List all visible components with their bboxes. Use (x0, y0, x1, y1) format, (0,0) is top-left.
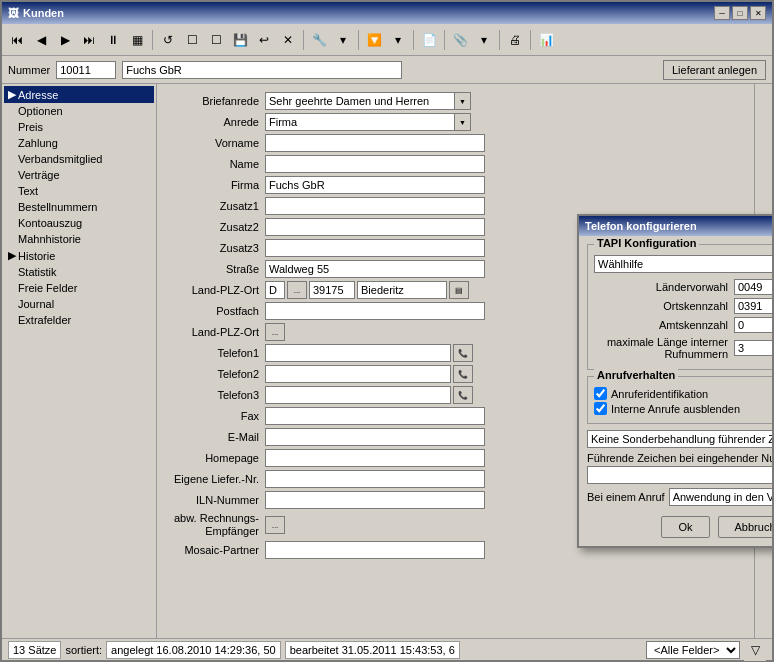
grid-button[interactable]: ▦ (126, 29, 148, 51)
sortiert-label: sortiert: (65, 644, 102, 656)
dialog-content: TAPI Konfiguration ▼ Ländervorwahl (579, 236, 772, 546)
sidebar-item-bestellnummern[interactable]: Bestellnummern (4, 199, 154, 215)
undo-button[interactable]: ↩ (253, 29, 275, 51)
print-button[interactable]: 🖨 (504, 29, 526, 51)
doc-button[interactable]: 📄 (418, 29, 440, 51)
max-laenge-label: maximale Länge interner Rufnummern (594, 336, 734, 360)
dialog-overlay: Telefon konfigurieren ✕ TAPI Konfigurati… (157, 84, 754, 638)
attach-button[interactable]: 📎 (449, 29, 471, 51)
sidebar-item-historie[interactable]: ▶ Historie (4, 247, 154, 264)
anruferidentifikation-label: Anruferidentifikation (611, 388, 708, 400)
anruferidentifikation-checkbox[interactable] (594, 387, 607, 400)
bei-anruf-input[interactable] (669, 488, 772, 506)
sidebar-item-journal[interactable]: Journal (4, 296, 154, 312)
tapi-select-input[interactable] (594, 255, 772, 273)
anruferidentifikation-row: Anruferidentifikation (594, 387, 772, 400)
sidebar-item-preis[interactable]: Preis (4, 119, 154, 135)
filter-button[interactable]: 🔽 (363, 29, 385, 51)
fuhrende-input[interactable] (587, 466, 772, 484)
toolbar-sep-2 (303, 30, 304, 50)
arrow-icon-2: ▶ (8, 249, 16, 262)
arrow-icon: ▶ (8, 88, 16, 101)
dialog-buttons: Ok Abbruch (587, 512, 772, 538)
tapi-section: TAPI Konfiguration ▼ Ländervorwahl (587, 244, 772, 370)
nummer-label: Nummer (8, 64, 50, 76)
sidebar: ▶ Adresse Optionen Preis Zahlung Verband… (2, 84, 157, 638)
dialog-title-bar: Telefon konfigurieren ✕ (579, 216, 772, 236)
toolbar-sep-1 (152, 30, 153, 50)
ortskennzahl-input[interactable] (734, 298, 772, 314)
sidebar-item-statistik[interactable]: Statistik (4, 264, 154, 280)
sidebar-item-extrafelder[interactable]: Extrafelder (4, 312, 154, 328)
main-area: ▶ Adresse Optionen Preis Zahlung Verband… (2, 84, 772, 638)
report-button[interactable]: 📊 (535, 29, 557, 51)
attach-dropdown[interactable]: ▾ (473, 29, 495, 51)
status-filter-button[interactable]: ▽ (744, 639, 766, 661)
max-laenge-input[interactable] (734, 340, 772, 356)
nummer-input[interactable] (56, 61, 116, 79)
interne-anrufe-label: Interne Anrufe ausblenden (611, 403, 740, 415)
lieferant-anlegen-button[interactable]: Lieferant anlegen (663, 60, 766, 80)
sidebar-item-zahlung[interactable]: Zahlung (4, 135, 154, 151)
content-area: Briefanrede ▼ Anrede ▼ Vorname (157, 84, 754, 638)
ok-button[interactable]: Ok (661, 516, 709, 538)
amtskennzahl-input[interactable] (734, 317, 772, 333)
toolbar-sep-3 (358, 30, 359, 50)
max-laenge-row: maximale Länge interner Rufnummern (594, 336, 772, 360)
save-button[interactable]: 💾 (229, 29, 251, 51)
window-controls: ─ □ ✕ (714, 6, 766, 20)
main-window: 🖼 Kunden ─ □ ✕ ⏮ ◀ ▶ ⏭ ⏸ ▦ ↺ ☐ ☐ 💾 ↩ ✕ 🔧… (0, 0, 774, 662)
ortskennzahl-label: Ortskennzahl (594, 300, 734, 312)
anrufverhalten-section: Anrufverhalten Anruferidentifikation (587, 376, 772, 424)
sidebar-item-mahnhistorie[interactable]: Mahnhistorie (4, 231, 154, 247)
nav-stop-button[interactable]: ⏸ (102, 29, 124, 51)
tapi-section-title: TAPI Konfiguration (594, 237, 699, 249)
sidebar-item-text[interactable]: Text (4, 183, 154, 199)
interne-anrufe-checkbox[interactable] (594, 402, 607, 415)
close-button[interactable]: ✕ (750, 6, 766, 20)
sidebar-item-verbandsmitglied[interactable]: Verbandsmitglied (4, 151, 154, 167)
laendervorwahl-input[interactable] (734, 279, 772, 295)
bei-anruf-label: Bei einem Anruf (587, 491, 665, 503)
anrufverhalten-content: Anruferidentifikation Interne Anrufe aus… (594, 387, 772, 415)
sidebar-item-freie-felder[interactable]: Freie Felder (4, 280, 154, 296)
sidebar-item-optionen[interactable]: Optionen (4, 103, 154, 119)
sidebar-item-kontoauszug[interactable]: Kontoauszug (4, 215, 154, 231)
anrufverhalten-title: Anrufverhalten (594, 369, 678, 381)
tools-button[interactable]: 🔧 (308, 29, 330, 51)
abbruch-button[interactable]: Abbruch (718, 516, 772, 538)
status-bar: 13 Sätze sortiert: angelegt 16.08.2010 1… (2, 638, 772, 660)
filter-dropdown[interactable]: ▾ (387, 29, 409, 51)
nav-last-button[interactable]: ⏭ (78, 29, 100, 51)
copy-button[interactable]: ☐ (205, 29, 227, 51)
keine-sonder-input[interactable] (587, 430, 772, 448)
satze-display: 13 Sätze (8, 641, 61, 659)
nav-prev-button[interactable]: ◀ (30, 29, 52, 51)
number-bar: Nummer Lieferant anlegen (2, 56, 772, 84)
toolbar-sep-4 (413, 30, 414, 50)
alle-felder-select[interactable]: <Alle Felder> (646, 641, 740, 659)
new-button[interactable]: ☐ (181, 29, 203, 51)
toolbar-sep-5 (444, 30, 445, 50)
refresh-button[interactable]: ↺ (157, 29, 179, 51)
minimize-button[interactable]: ─ (714, 6, 730, 20)
nav-first-button[interactable]: ⏮ (6, 29, 28, 51)
angelegt-display: angelegt 16.08.2010 14:29:36, 50 (106, 641, 281, 659)
bei-anruf-row: Bei einem Anruf ▼ (587, 488, 772, 506)
title-bar: 🖼 Kunden ─ □ ✕ (2, 2, 772, 24)
amtskennzahl-row: Amtskennzahl (594, 317, 772, 333)
delete-button[interactable]: ✕ (277, 29, 299, 51)
maximize-button[interactable]: □ (732, 6, 748, 20)
telefon-konfigurieren-dialog: Telefon konfigurieren ✕ TAPI Konfigurati… (577, 214, 772, 548)
toolbar: ⏮ ◀ ▶ ⏭ ⏸ ▦ ↺ ☐ ☐ 💾 ↩ ✕ 🔧 ▾ 🔽 ▾ 📄 📎 ▾ 🖨 … (2, 24, 772, 56)
tools-dropdown[interactable]: ▾ (332, 29, 354, 51)
ortskennzahl-row: Ortskennzahl (594, 298, 772, 314)
keine-sonder-row: ▼ (587, 430, 772, 448)
sidebar-item-adresse[interactable]: ▶ Adresse (4, 86, 154, 103)
dialog-title: Telefon konfigurieren (585, 220, 697, 232)
amtskennzahl-label: Amtskennzahl (594, 319, 734, 331)
sidebar-item-vertraege[interactable]: Verträge (4, 167, 154, 183)
customer-name-input[interactable] (122, 61, 402, 79)
toolbar-sep-6 (499, 30, 500, 50)
nav-next-button[interactable]: ▶ (54, 29, 76, 51)
